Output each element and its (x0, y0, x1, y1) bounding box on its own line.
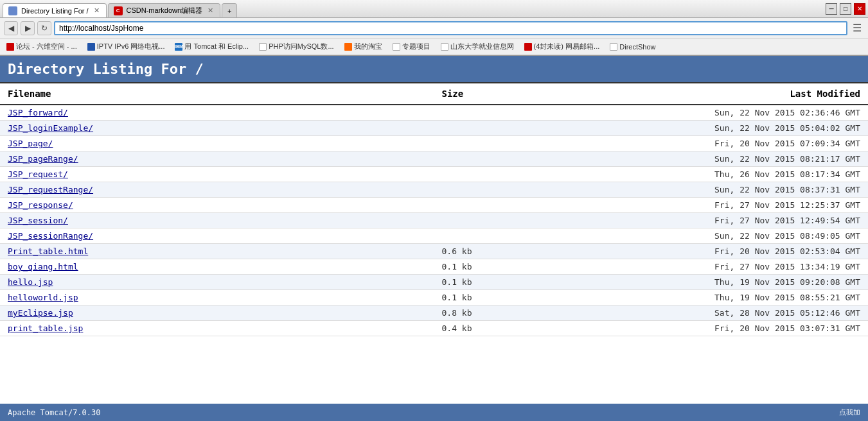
entry-size: 0.1 kb (434, 259, 521, 275)
table-header-row: Filename Size Last Modified (0, 83, 868, 105)
entry-date: Fri, 27 Nov 2015 12:49:54 GMT (521, 213, 868, 228)
bookmark-label-tomcat: 用 Tomcat 和 Eclip... (184, 42, 249, 51)
entry-date: Sun, 22 Nov 2015 08:21:17 GMT (521, 151, 868, 167)
entry-date: Sun, 22 Nov 2015 08:49:05 GMT (521, 228, 868, 244)
entry-filename: JSP_loginExample/ (0, 121, 434, 136)
entry-date: Fri, 27 Nov 2015 13:34:19 GMT (521, 259, 868, 275)
bookmark-label-sdu: 山东大学就业信息网 (450, 42, 514, 51)
page-content: Directory Listing For / Filename Size La… (0, 56, 868, 336)
entry-date: Thu, 19 Nov 2015 08:55:21 GMT (521, 290, 868, 305)
entry-link[interactable]: JSP_requestRange/ (8, 185, 93, 194)
tab-close-directory[interactable]: ✕ (93, 6, 101, 15)
table-row: hello.jsp0.1 kbThu, 19 Nov 2015 09:20:08… (0, 275, 868, 290)
entry-size (434, 136, 521, 151)
entry-size: 0.6 kb (434, 244, 521, 259)
bookmark-icon-zhuanti (393, 43, 400, 51)
table-row: JSP_loginExample/Sun, 22 Nov 2015 05:04:… (0, 121, 868, 136)
bookmark-icon-sdu (441, 43, 448, 51)
forward-button[interactable]: ▶ (21, 21, 35, 35)
bookmark-php[interactable]: PHP访问MySQL数... (255, 40, 337, 53)
bookmark-icon-tomcat: IBM (175, 43, 182, 51)
table-row: JSP_sessionRange/Sun, 22 Nov 2015 08:49:… (0, 228, 868, 244)
bookmark-label-luntan: 论坛 - 六维空间 - ... (16, 42, 77, 51)
window-controls: ─ □ ✕ (826, 3, 865, 15)
entry-filename: JSP_request/ (0, 167, 434, 182)
menu-button[interactable]: ☰ (850, 22, 864, 34)
entry-filename: JSP_page/ (0, 136, 434, 151)
bookmark-label-iptv: IPTV IPv6 网络电视... (97, 42, 165, 51)
entry-filename: boy_qiang.html (0, 259, 434, 275)
tab-close-csdn[interactable]: ✕ (206, 6, 215, 15)
close-button[interactable]: ✕ (854, 3, 865, 15)
nav-bar: ◀ ▶ ↻ ☰ (0, 18, 868, 39)
directory-list: JSP_forward/Sun, 22 Nov 2015 02:36:46 GM… (0, 105, 868, 336)
bookmark-taobao[interactable]: 我的淘宝 (341, 40, 386, 53)
entry-filename: JSP_session/ (0, 213, 434, 228)
tab-icon-directory (8, 6, 17, 15)
entry-size (434, 167, 521, 182)
tab-directory[interactable]: Directory Listing For / ✕ (3, 3, 107, 17)
entry-link[interactable]: JSP_request/ (8, 169, 68, 179)
col-size-header: Size (434, 83, 521, 105)
bookmark-label-php: PHP访问MySQL数... (269, 42, 333, 51)
bookmark-iptv[interactable]: IPTV IPv6 网络电视... (84, 40, 169, 53)
entry-date: Sun, 22 Nov 2015 08:37:31 GMT (521, 182, 868, 198)
entry-filename: JSP_requestRange/ (0, 182, 434, 198)
bookmark-icon-taobao (344, 43, 352, 51)
bookmark-zhuanti[interactable]: 专题项目 (389, 40, 434, 53)
entry-link[interactable]: JSP_loginExample/ (8, 123, 93, 133)
col-date-header: Last Modified (521, 83, 868, 105)
bookmark-label-zhuanti: 专题项目 (402, 42, 430, 51)
bookmark-luntan[interactable]: 论坛 - 六维空间 - ... (3, 40, 81, 53)
entry-link[interactable]: hello.jsp (8, 277, 53, 287)
entry-size: 0.4 kb (434, 321, 521, 336)
entry-size (434, 121, 521, 136)
entry-link[interactable]: JSP_forward/ (8, 108, 68, 117)
entry-link[interactable]: JSP_response/ (8, 200, 73, 210)
bookmarks-bar: 论坛 - 六维空间 - ... IPTV IPv6 网络电视... IBM 用 … (0, 39, 868, 55)
tab-label-csdn: CSDN-markdown编辑器 (127, 6, 203, 15)
table-row: print_table.jsp0.4 kbFri, 20 Nov 2015 03… (0, 321, 868, 336)
table-row: JSP_requestRange/Sun, 22 Nov 2015 08:37:… (0, 182, 868, 198)
tab-new[interactable]: + (222, 3, 237, 17)
entry-size: 0.8 kb (434, 305, 521, 321)
col-filename-header: Filename (0, 83, 434, 105)
maximize-button[interactable]: □ (840, 3, 851, 15)
title-bar: Directory Listing For / ✕ C CSDN-markdow… (0, 0, 868, 18)
bookmark-label-netease: (4封未读) 网易邮箱... (534, 42, 600, 51)
entry-link[interactable]: JSP_page/ (8, 139, 53, 148)
bookmark-sdu[interactable]: 山东大学就业信息网 (437, 40, 518, 53)
table-header: Filename Size Last Modified (0, 83, 868, 105)
minimize-button[interactable]: ─ (826, 3, 837, 15)
entry-link[interactable]: myEclipse.jsp (8, 308, 73, 318)
entry-filename: JSP_sessionRange/ (0, 228, 434, 244)
entry-link[interactable]: helloworld.jsp (8, 293, 78, 302)
entry-link[interactable]: JSP_pageRange/ (8, 154, 78, 164)
table-row: JSP_response/Fri, 27 Nov 2015 12:25:37 G… (0, 198, 868, 213)
bookmark-directshow[interactable]: DirectShow (606, 42, 659, 52)
entry-size (434, 105, 521, 121)
new-tab-icon: + (227, 7, 231, 15)
entry-date: Fri, 20 Nov 2015 07:09:34 GMT (521, 136, 868, 151)
entry-size (434, 151, 521, 167)
bookmark-tomcat[interactable]: IBM 用 Tomcat 和 Eclip... (171, 40, 252, 53)
bookmark-netease[interactable]: (4封未读) 网易邮箱... (520, 40, 604, 53)
entry-link[interactable]: boy_qiang.html (8, 262, 78, 271)
entry-filename: JSP_response/ (0, 198, 434, 213)
entry-filename: Print_table.html (0, 244, 434, 259)
refresh-button[interactable]: ↻ (37, 21, 51, 35)
entry-filename: JSP_forward/ (0, 105, 434, 121)
entry-filename: hello.jsp (0, 275, 434, 290)
address-bar[interactable] (54, 21, 847, 35)
entry-link[interactable]: JSP_sessionRange/ (8, 231, 93, 241)
entry-filename: helloworld.jsp (0, 290, 434, 305)
entry-size: 0.1 kb (434, 290, 521, 305)
tab-icon-csdn: C (114, 6, 123, 15)
entry-filename: print_table.jsp (0, 321, 434, 336)
tab-csdn[interactable]: C CSDN-markdown编辑器 ✕ (108, 3, 221, 17)
entry-size (434, 198, 521, 213)
back-button[interactable]: ◀ (4, 21, 18, 35)
entry-link[interactable]: Print_table.html (8, 246, 88, 256)
entry-link[interactable]: print_table.jsp (8, 323, 83, 333)
entry-link[interactable]: JSP_session/ (8, 216, 68, 225)
